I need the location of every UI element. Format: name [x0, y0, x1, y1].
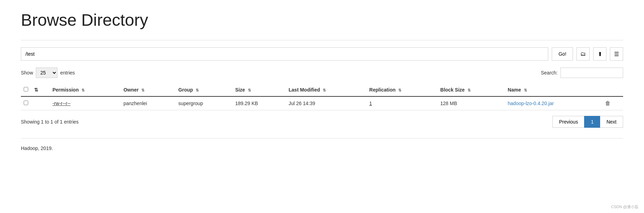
delete-icon[interactable]: 🗑	[605, 100, 611, 106]
sort-permission-icon[interactable]: ⇅	[81, 88, 85, 93]
show-label: Show	[21, 70, 33, 76]
directory-table: ⇅ Permission ⇅ Owner ⇅ Group ⇅ Size ⇅ La…	[21, 84, 623, 110]
row-group: supergroup	[175, 96, 232, 110]
entries-select[interactable]: 10 25 50 100	[36, 68, 57, 78]
sort-last-modified-icon[interactable]: ⇅	[323, 88, 326, 93]
page-1-button[interactable]: 1	[584, 116, 600, 128]
folder-icon: 🗂	[580, 51, 586, 57]
search-label: Search:	[541, 70, 558, 76]
sort-group-icon[interactable]: ⇅	[196, 88, 199, 93]
search-row: Search:	[541, 68, 623, 78]
row-sort-col	[31, 96, 50, 110]
path-bar: Go! 🗂 ⬆ ☰	[21, 47, 623, 61]
row-owner: panzhenlei	[121, 96, 176, 110]
footer: Hadoop, 2019.	[21, 138, 623, 151]
row-checkbox[interactable]	[24, 101, 28, 105]
path-input[interactable]	[21, 47, 548, 61]
th-last-modified: Last Modified ⇅	[286, 84, 367, 96]
previous-button[interactable]: Previous	[552, 116, 584, 128]
sort-size-icon[interactable]: ⇅	[248, 88, 251, 93]
th-actions	[602, 84, 623, 96]
table-row: -rw-r--r-- panzhenlei supergroup 189.29 …	[21, 96, 623, 110]
replication-value[interactable]: 1	[369, 101, 372, 106]
th-owner: Owner ⇅	[121, 84, 176, 96]
entries-label: entries	[60, 70, 75, 76]
th-replication: Replication ⇅	[367, 84, 438, 96]
th-permission: Permission ⇅	[50, 84, 121, 96]
pagination-row: Showing 1 to 1 of 1 entries Previous 1 N…	[21, 116, 623, 128]
page-title: Browse Directory	[21, 10, 623, 30]
search-input[interactable]	[560, 68, 623, 78]
controls-row: Show 10 25 50 100 entries Search:	[21, 68, 623, 78]
upload-icon: ⬆	[598, 51, 602, 57]
row-permission: -rw-r--r--	[50, 96, 121, 110]
upload-icon-button[interactable]: ⬆	[593, 47, 606, 61]
row-size: 189.29 KB	[233, 96, 286, 110]
sort-name-icon[interactable]: ⇅	[524, 88, 527, 93]
row-replication: 1	[367, 96, 438, 110]
select-all-checkbox[interactable]	[24, 87, 28, 92]
row-delete-col: 🗑	[602, 96, 623, 110]
sort-col: ⇅	[31, 84, 50, 96]
sort-replication-icon[interactable]: ⇅	[398, 88, 401, 93]
pagination: Previous 1 Next	[553, 116, 623, 128]
footer-text: Hadoop, 2019.	[21, 145, 53, 151]
th-name: Name ⇅	[505, 84, 602, 96]
row-block-size: 128 MB	[438, 96, 505, 110]
sort-block-size-icon[interactable]: ⇅	[468, 88, 471, 93]
next-button[interactable]: Next	[600, 116, 623, 128]
th-size: Size ⇅	[233, 84, 286, 96]
go-button[interactable]: Go!	[552, 47, 573, 61]
sort-down-icon[interactable]: ⇅	[34, 87, 38, 93]
list-icon: ☰	[614, 51, 619, 57]
row-checkbox-col	[21, 96, 31, 110]
permission-value[interactable]: -rw-r--r--	[53, 101, 71, 106]
row-name: hadoop-lzo-0.4.20.jar	[505, 96, 602, 110]
row-last-modified: Jul 26 14:39	[286, 96, 367, 110]
showing-text: Showing 1 to 1 of 1 entries	[21, 119, 79, 125]
th-group: Group ⇅	[175, 84, 232, 96]
file-link[interactable]: hadoop-lzo-0.4.20.jar	[508, 101, 554, 106]
select-all-col	[21, 84, 31, 96]
show-entries: Show 10 25 50 100 entries	[21, 68, 75, 78]
list-icon-button[interactable]: ☰	[610, 47, 623, 61]
sort-owner-icon[interactable]: ⇅	[141, 88, 144, 93]
th-block-size: Block Size ⇅	[438, 84, 505, 96]
folder-icon-button[interactable]: 🗂	[576, 47, 590, 61]
